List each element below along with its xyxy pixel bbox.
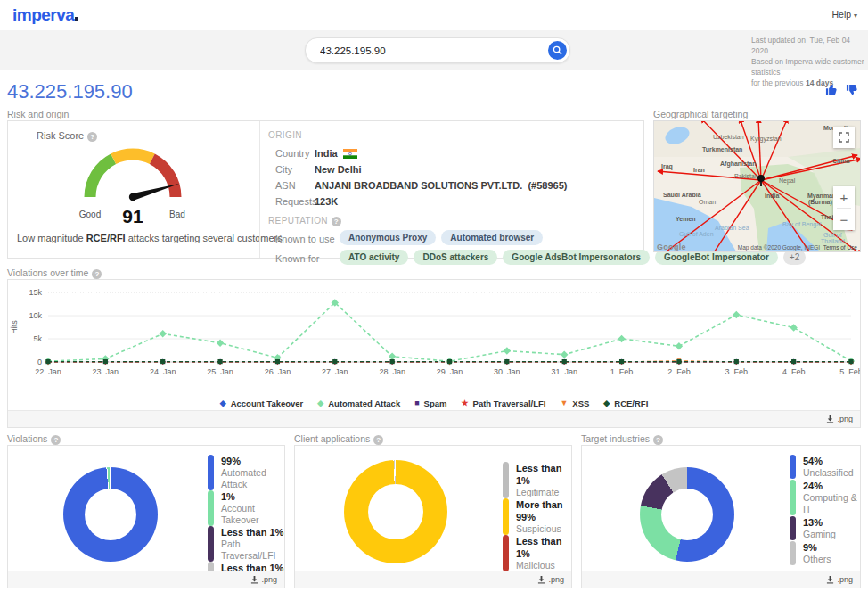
legend-color-pill xyxy=(790,541,796,565)
series-label: RCE/RFI xyxy=(614,399,648,408)
terms-of-use-link[interactable]: Terms of Use xyxy=(823,244,857,251)
legend-item[interactable]: ★Path Traversal/LFI xyxy=(461,399,545,408)
search-strip: Last updated on Tue, Feb 04 2020 Based o… xyxy=(0,30,868,70)
help-icon[interactable]: ? xyxy=(51,435,61,445)
violations-over-time-label: Violations over time? xyxy=(7,267,102,279)
help-icon[interactable]: ? xyxy=(373,435,383,445)
asn-value: ANJANI BROADBAND SOLUTIONS PVT.LTD. (#58… xyxy=(315,180,567,191)
chevron-down-icon: ▾ xyxy=(854,12,857,20)
svg-text:Iran: Iran xyxy=(693,167,705,173)
series-label: Path Traversal/LFI xyxy=(473,399,546,408)
zoom-in-button[interactable]: + xyxy=(833,186,855,208)
top-bar: imperva Help ▾ xyxy=(0,0,868,31)
svg-text:Pakistan: Pakistan xyxy=(734,173,758,179)
google-logo: Google xyxy=(657,243,686,251)
svg-text:26. Jan: 26. Jan xyxy=(265,367,291,376)
svg-text:5. Feb: 5. Feb xyxy=(839,367,860,376)
svg-text:22. Jan: 22. Jan xyxy=(35,367,61,376)
geo-targeting-label: Geographical targeting xyxy=(653,109,748,119)
svg-text:4. Feb: 4. Feb xyxy=(782,367,806,376)
thumbs-down-icon[interactable] xyxy=(846,83,859,96)
slice-label: Gaming xyxy=(803,529,836,540)
download-icon xyxy=(250,576,258,584)
help-icon[interactable]: ? xyxy=(92,269,102,279)
asn-key: ASN xyxy=(275,180,296,191)
svg-text:0: 0 xyxy=(37,358,42,366)
target-industries-donut-chart xyxy=(640,467,734,562)
risk-origin-panel: Risk Score? Good 91 Bad Low magnitude RC… xyxy=(7,120,644,259)
legend-item[interactable]: ▼XSS xyxy=(560,399,589,408)
violations-over-time-panel: 05k10k15kHits22. Jan23. Jan24. Jan25. Ja… xyxy=(7,279,861,428)
city-value: New Delhi xyxy=(315,164,362,175)
legend-color-pill xyxy=(790,455,796,479)
help-icon[interactable]: ? xyxy=(87,132,97,142)
map-attribution: Google Map data ©2020 Google, INEGI Term… xyxy=(654,243,860,251)
origin-heading: ORIGIN xyxy=(268,130,302,140)
slice-label: Path Traversal/LFI xyxy=(221,539,284,562)
client-applications-donut-chart xyxy=(344,460,447,563)
download-png-button[interactable]: .png xyxy=(8,410,860,427)
legend-item[interactable]: ◆Account Takeover xyxy=(220,399,304,408)
svg-text:Arabian Sea: Arabian Sea xyxy=(715,225,749,231)
reputation-tag: Google AdsBot Impersonators xyxy=(503,250,650,265)
series-label: XSS xyxy=(572,399,589,408)
svg-text:5k: 5k xyxy=(33,334,42,343)
slice-percent: 1% xyxy=(221,490,284,503)
search-button[interactable] xyxy=(548,41,567,60)
help-menu[interactable]: Help ▾ xyxy=(831,9,857,20)
legend-color-pill xyxy=(208,490,214,526)
svg-text:1. Feb: 1. Feb xyxy=(610,367,634,376)
violations-label: Violations? xyxy=(7,433,61,445)
risk-score-label: Risk Score? xyxy=(37,130,97,142)
client-applications-panel: Less than 1%LegitimateMore than 99%Suspi… xyxy=(294,445,572,588)
svg-text:India: India xyxy=(765,193,779,199)
legend-item[interactable]: ◆RCE/RFI xyxy=(603,399,648,408)
legend-color-pill xyxy=(208,526,214,562)
known-to-use-pills: Anonymous Proxy Automated browser xyxy=(340,230,543,245)
page-title: 43.225.195.90 xyxy=(7,80,133,103)
zoom-out-button[interactable]: − xyxy=(833,209,855,230)
help-icon[interactable]: ? xyxy=(653,435,663,445)
slice-label: Computing & IT xyxy=(803,492,860,515)
svg-text:3. Feb: 3. Feb xyxy=(725,367,749,376)
donut-legend-item: 1%Account Takeover xyxy=(208,490,284,526)
svg-text:Kyrgyzstan: Kyrgyzstan xyxy=(750,136,782,143)
map-canvas: MongoliaUzbekistanKyrgyzstanTurkmenistan… xyxy=(654,121,860,251)
search-icon xyxy=(553,45,562,55)
help-icon[interactable]: ? xyxy=(332,217,341,226)
gauge-value: 91 xyxy=(122,206,143,226)
target-industries-panel: 54%Unclassified24%Computing & IT13%Gamin… xyxy=(581,445,861,588)
download-icon xyxy=(537,576,545,584)
fullscreen-button[interactable] xyxy=(833,127,855,148)
donut-legend-item: 24%Computing & IT xyxy=(790,480,860,515)
svg-text:29. Jan: 29. Jan xyxy=(437,367,463,376)
reputation-tag: ATO activity xyxy=(340,250,408,265)
search-input[interactable] xyxy=(318,39,536,62)
geo-targeting-map[interactable]: MongoliaUzbekistanKyrgyzstanTurkmenistan… xyxy=(653,120,861,252)
legend-item[interactable]: ◆Automated Attack xyxy=(317,399,400,408)
series-marker-icon: ◆ xyxy=(220,399,226,407)
thumbs-up-icon[interactable] xyxy=(825,83,839,96)
search-box xyxy=(305,37,570,63)
download-png-button[interactable]: .png xyxy=(295,571,571,588)
slice-label: Automated Attack xyxy=(221,467,284,490)
series-label: Spam xyxy=(424,399,447,408)
svg-text:28. Jan: 28. Jan xyxy=(379,367,405,376)
legend-color-pill xyxy=(208,455,214,490)
violations-donut-chart xyxy=(63,467,158,562)
svg-text:Iraq: Iraq xyxy=(661,163,673,170)
map-zoom-control: + − xyxy=(833,186,855,230)
svg-text:25. Jan: 25. Jan xyxy=(207,367,233,376)
donut-legend-item: More than 99%Suspicious xyxy=(503,498,571,535)
risk-origin-label: Risk and origin xyxy=(7,109,69,119)
slice-percent: 24% xyxy=(803,480,860,492)
download-png-button[interactable]: .png xyxy=(582,571,860,588)
svg-text:Gulf of: Gulf of xyxy=(823,232,842,238)
reputation-tag: Anonymous Proxy xyxy=(340,230,436,245)
download-png-button[interactable]: .png xyxy=(8,571,284,588)
legend-item[interactable]: ■Spam xyxy=(414,399,446,408)
donut-legend-item: 9%Others xyxy=(790,541,860,565)
svg-text:2. Feb: 2. Feb xyxy=(667,367,691,376)
fullscreen-icon xyxy=(839,132,849,143)
svg-text:Afghanistan: Afghanistan xyxy=(720,160,756,168)
